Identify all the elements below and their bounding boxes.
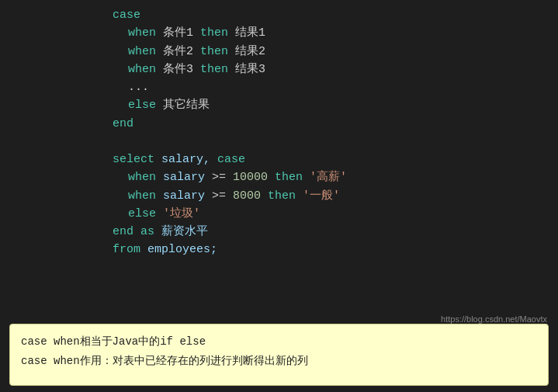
token: salary [163, 189, 212, 203]
code-area: casewhen 条件1 then 结果1when 条件2 then 结果2wh… [0, 0, 558, 317]
token: 结果1 [235, 26, 265, 40]
token: 8000 [233, 189, 268, 203]
token: '高薪' [310, 171, 347, 184]
token: when [128, 45, 163, 58]
code-line: ... [0, 78, 558, 96]
token: when [128, 63, 163, 76]
token: 条件3 [163, 63, 200, 76]
token: end [113, 117, 133, 130]
code-line: when salary >= 8000 then '一般' [0, 187, 558, 205]
token: 条件2 [163, 45, 200, 58]
code-line: else '垃圾' [0, 205, 558, 223]
token: '一般' [303, 189, 340, 203]
token: then [200, 26, 235, 40]
token: >= [212, 171, 233, 184]
token: when [128, 26, 163, 40]
watermark: https://blog.csdn.net/Maovtx [441, 314, 547, 324]
token: employees; [147, 243, 217, 256]
note-area: case when相当于Java中的if elsecase when作用：对表中… [9, 324, 549, 386]
token: '垃圾' [163, 207, 200, 220]
token: from [113, 243, 147, 256]
token: select [113, 153, 161, 166]
token: 结果2 [235, 45, 265, 58]
token: then [200, 45, 235, 58]
token: >= [212, 189, 233, 203]
token: salary [163, 171, 212, 184]
token: 结果3 [235, 63, 265, 76]
code-line: case [0, 6, 558, 24]
token: then [200, 63, 235, 76]
token: then [268, 189, 303, 203]
code-line: end as 薪资水平 [0, 223, 558, 241]
token: 条件1 [163, 26, 200, 40]
note-line: case when作用：对表中已经存在的列进行判断得出新的列 [21, 352, 537, 371]
code-line: end [0, 115, 558, 133]
token: when [128, 189, 163, 203]
main-container: casewhen 条件1 then 结果1when 条件2 then 结果2wh… [0, 0, 558, 392]
code-line: when salary >= 10000 then '高薪' [0, 168, 558, 186]
token: 其它结果 [163, 99, 210, 112]
code-line: from employees; [0, 241, 558, 258]
code-line: when 条件2 then 结果2 [0, 43, 558, 61]
token: salary, [161, 153, 217, 166]
token: then [275, 171, 310, 184]
code-line: when 条件1 then 结果1 [0, 24, 558, 42]
token: as [140, 225, 161, 238]
token: when [128, 171, 163, 184]
code-line: select salary, case [0, 151, 558, 168]
token: case [113, 9, 140, 22]
code-line: else 其它结果 [0, 96, 558, 114]
token: case [217, 153, 245, 166]
code-line [0, 133, 558, 151]
token: 10000 [233, 171, 275, 184]
token: else [128, 207, 163, 220]
code-line: when 条件3 then 结果3 [0, 61, 558, 78]
token: else [128, 99, 163, 112]
token: ... [128, 81, 149, 94]
token: 薪资水平 [161, 225, 208, 238]
note-line: case when相当于Java中的if else [21, 332, 537, 352]
token: end [113, 225, 140, 238]
